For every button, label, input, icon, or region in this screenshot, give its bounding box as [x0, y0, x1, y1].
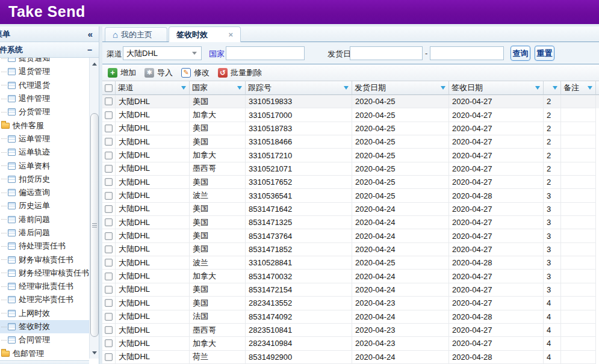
- sidebar-item[interactable]: 港前问题: [0, 213, 89, 226]
- sidebar-item[interactable]: 快件客服: [0, 119, 89, 132]
- table-row[interactable]: 大陆DHL美国28234135522020-04-232020-04-274: [102, 297, 599, 310]
- table-row[interactable]: 大陆DHL墨西哥33105210712020-04-252020-04-272: [102, 162, 599, 176]
- sidebar-item[interactable]: 财务审核责任书: [0, 253, 89, 266]
- filter-icon[interactable]: [588, 86, 592, 90]
- row-checkbox[interactable]: [105, 178, 113, 186]
- sidebar-item[interactable]: 上网时效: [0, 307, 89, 320]
- table-row[interactable]: 大陆DHL加拿大33105172102020-04-252020-04-272: [102, 149, 599, 162]
- scroll-up-icon[interactable]: [90, 59, 99, 69]
- table-row[interactable]: 大陆DHL美国85314721542020-04-242020-04-273: [102, 283, 599, 297]
- column-header-签收日期[interactable]: 签收日期: [449, 81, 544, 95]
- tab-home[interactable]: ⌂ 我的主页: [105, 27, 167, 42]
- accordion-express-system[interactable]: 快件系统 −: [0, 42, 99, 58]
- filter-icon[interactable]: [181, 86, 186, 90]
- row-checkbox[interactable]: [105, 259, 113, 267]
- table-row[interactable]: 大陆DHL加拿大28234109842020-04-232020-04-274: [102, 337, 599, 350]
- sidebar-scrollbar[interactable]: [89, 58, 99, 359]
- cell-value: 2020-04-25: [355, 137, 396, 146]
- row-checkbox[interactable]: [105, 97, 113, 105]
- filter-icon[interactable]: [441, 86, 445, 90]
- row-checkbox[interactable]: [105, 125, 113, 132]
- filter-icon[interactable]: [535, 86, 540, 90]
- date-to-input[interactable]: [430, 46, 504, 60]
- sidebar-item[interactable]: 提货通知: [0, 58, 89, 65]
- table-row[interactable]: 大陆DHL美国85314716422020-04-242020-04-273: [102, 203, 599, 216]
- sidebar-item[interactable]: 包邮管理: [0, 347, 89, 359]
- row-checkbox[interactable]: [105, 218, 113, 226]
- collapse-section-icon[interactable]: −: [87, 45, 92, 55]
- table-row[interactable]: 大陆DHL美国33105184662020-04-252020-04-272: [102, 135, 599, 149]
- scrollbar-thumb[interactable]: [90, 113, 99, 337]
- country-input[interactable]: [226, 46, 305, 60]
- row-checkbox[interactable]: [105, 232, 113, 240]
- row-checkbox[interactable]: [105, 245, 113, 253]
- sidebar-item[interactable]: 待处理责任书: [0, 239, 89, 253]
- sidebar-item[interactable]: 运单轨迹: [0, 146, 89, 159]
- row-checkbox[interactable]: [105, 286, 113, 294]
- table-row[interactable]: 大陆DHL荷兰85314929002020-04-242020-04-284: [102, 351, 599, 364]
- column-header-渠道[interactable]: 渠道: [116, 81, 190, 95]
- filter-icon[interactable]: [553, 86, 557, 90]
- row-checkbox[interactable]: [105, 299, 113, 307]
- row-checkbox[interactable]: [105, 326, 113, 334]
- table-row[interactable]: 大陆DHL加拿大85314700322020-04-242020-04-273: [102, 270, 599, 283]
- channel-select[interactable]: 大陆DHL: [123, 46, 202, 60]
- table-row[interactable]: 大陆DHL波兰33105288412020-04-252020-04-283: [102, 256, 599, 270]
- filter-icon[interactable]: [237, 86, 242, 90]
- row-checkbox[interactable]: [105, 192, 113, 200]
- row-checkbox[interactable]: [105, 111, 113, 119]
- sidebar-item[interactable]: 偏远查询: [0, 186, 89, 199]
- sidebar-item[interactable]: 合同管理: [0, 333, 89, 347]
- table-row[interactable]: 大陆DHL美国85314718522020-04-242020-04-273: [102, 243, 599, 256]
- column-header-发货日期[interactable]: 发货日期: [352, 81, 449, 95]
- sidebar-item[interactable]: 经理审批责任书: [0, 280, 89, 293]
- reset-button[interactable]: 重置: [535, 46, 554, 61]
- add-button[interactable]: + 增加: [108, 67, 136, 78]
- column-header-跟踪号[interactable]: 跟踪号: [246, 81, 352, 95]
- table-row[interactable]: 大陆DHL墨西哥28235108412020-04-232020-04-274: [102, 324, 599, 337]
- row-checkbox[interactable]: [105, 353, 113, 361]
- sidebar-item[interactable]: 分货管理: [0, 105, 89, 119]
- sidebar-item[interactable]: 代理退货: [0, 79, 89, 92]
- column-header-国家[interactable]: 国家: [190, 81, 246, 95]
- table-row[interactable]: 大陆DHL加拿大33105170002020-04-252020-04-272: [102, 108, 599, 122]
- sidebar-item[interactable]: 扣货历史: [0, 173, 89, 186]
- sidebar-item[interactable]: 历史运单: [0, 199, 89, 212]
- table-row[interactable]: 大陆DHL美国33105176522020-04-252020-04-272: [102, 176, 599, 189]
- collapse-sidebar-icon[interactable]: «: [88, 29, 93, 39]
- row-checkbox[interactable]: [105, 152, 113, 159]
- import-button[interactable]: ✱ 导入: [144, 67, 173, 78]
- row-checkbox[interactable]: [105, 313, 113, 321]
- row-checkbox[interactable]: [105, 205, 113, 213]
- select-all-checkbox[interactable]: [105, 84, 113, 92]
- sidebar-item[interactable]: 处理完毕责任书: [0, 293, 89, 306]
- table-row[interactable]: 大陆DHL波兰33105365412020-04-252020-04-283: [102, 189, 599, 202]
- sidebar-item[interactable]: 签收时效: [0, 320, 89, 333]
- sidebar-item[interactable]: 退货管理: [0, 65, 89, 78]
- tab-sign-receipt-time[interactable]: 签收时效 ×: [169, 26, 241, 42]
- chevron-down-icon[interactable]: [192, 52, 197, 55]
- row-checkbox[interactable]: [105, 273, 113, 280]
- table-row[interactable]: 大陆DHL美国33105187832020-04-252020-04-272: [102, 122, 599, 135]
- table-row[interactable]: 大陆DHL法国85314740922020-04-242020-04-284: [102, 310, 599, 324]
- search-button[interactable]: 查询: [511, 46, 530, 61]
- table-row[interactable]: 大陆DHL美国85314737642020-04-242020-04-273: [102, 229, 599, 242]
- sidebar-item[interactable]: 退件管理: [0, 92, 89, 105]
- edit-button[interactable]: ✎ 修改: [181, 67, 209, 78]
- sidebar-item[interactable]: 运单资料: [0, 159, 89, 172]
- filter-icon[interactable]: [344, 86, 349, 90]
- column-header-备注[interactable]: 备注: [561, 81, 596, 95]
- table-row[interactable]: 大陆DHL美国85314713252020-04-242020-04-273: [102, 216, 599, 229]
- scroll-down-icon[interactable]: [90, 348, 99, 357]
- row-checkbox[interactable]: [105, 339, 113, 347]
- date-from-input[interactable]: [350, 46, 423, 60]
- batch-delete-button[interactable]: ↺ 批量删除: [218, 67, 262, 78]
- sidebar-item[interactable]: 运单管理: [0, 132, 89, 146]
- column-header-days[interactable]: [544, 81, 561, 95]
- row-checkbox[interactable]: [105, 165, 113, 173]
- close-tab-icon[interactable]: ×: [222, 31, 233, 39]
- row-checkbox[interactable]: [105, 138, 113, 146]
- sidebar-item[interactable]: 港后问题: [0, 226, 89, 239]
- sidebar-item[interactable]: 财务经理审核责任书: [0, 267, 89, 280]
- table-row[interactable]: 大陆DHL美国33105198332020-04-252020-04-272: [102, 95, 599, 108]
